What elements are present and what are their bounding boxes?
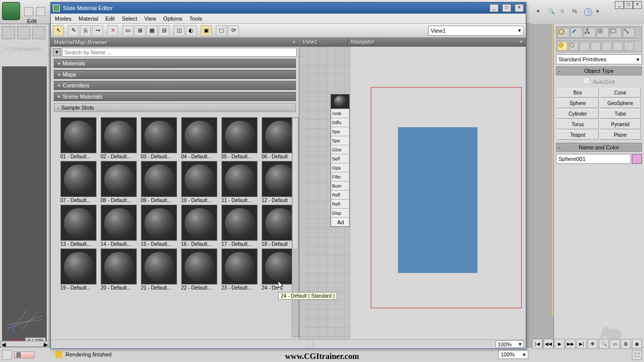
tool-pick-icon[interactable]: ✎ (68, 25, 79, 36)
menu-edit[interactable]: Edit (105, 16, 115, 22)
tool-layoutall-icon[interactable]: ▦ (146, 25, 157, 36)
tab-motion[interactable] (597, 28, 609, 38)
category-scene-materials[interactable]: +Scene Materials (54, 92, 296, 101)
node-input-row[interactable]: Refr (331, 199, 349, 208)
goto-start-button[interactable]: |◀ (532, 339, 542, 349)
node-input-row[interactable]: Self (331, 154, 349, 163)
node-input-row[interactable]: Bum (331, 181, 349, 190)
tool-move-icon[interactable]: ▭ (122, 25, 133, 36)
subtab-spacewarps[interactable] (613, 42, 623, 51)
sample-slot[interactable]: 11 - Default... (220, 161, 259, 204)
nav-max-icon[interactable]: ⛶ (632, 350, 642, 360)
next-frame-button[interactable]: ▶▶ (566, 339, 576, 349)
tool-refresh-icon[interactable]: ⟳ (228, 25, 239, 36)
menu-options[interactable]: Options (163, 16, 182, 22)
sample-slot[interactable]: 08 - Default... (99, 161, 138, 204)
sample-slot[interactable]: 07 - Default... (59, 161, 98, 204)
perspective-viewport[interactable]: zx (2, 66, 47, 345)
node-input-row[interactable]: Spe (331, 127, 349, 136)
tool-unlink-icon[interactable] (17, 26, 30, 39)
help-icon[interactable]: ? (584, 8, 592, 16)
tool-preview-icon[interactable]: ◐ (186, 25, 197, 36)
edit-menu[interactable]: Edit (27, 18, 37, 24)
timeline-config-icon[interactable] (2, 350, 12, 360)
sample-slot[interactable]: 19 - Default... (59, 248, 98, 291)
node-input-row[interactable]: Spe (331, 136, 349, 145)
subtab-systems[interactable] (624, 42, 634, 51)
nav-orbit-icon[interactable]: ◉ (632, 339, 642, 349)
primitive-pyramid[interactable]: Pyramid (600, 120, 641, 129)
node-input-row[interactable]: Amb (331, 109, 349, 118)
sample-slot[interactable]: 21 - Default... (139, 248, 179, 291)
help-chevron-icon[interactable]: ▾ (596, 8, 604, 16)
close-icon[interactable]: × (293, 39, 296, 45)
goto-end-button[interactable]: ▶| (577, 339, 587, 349)
menu-tools[interactable]: Tools (189, 16, 202, 22)
sample-slot[interactable]: 14 - Default... (99, 205, 138, 247)
tab-hierarchy[interactable] (584, 28, 596, 38)
tool-hide-icon[interactable]: ⊟ (158, 25, 170, 36)
app-logo[interactable] (2, 2, 20, 20)
graph-snap-icon[interactable] (306, 340, 313, 347)
category-maps[interactable]: +Maps (54, 70, 296, 79)
favorite-icon[interactable]: ☆ (560, 8, 568, 16)
tool-showend-icon[interactable]: ▣ (201, 25, 212, 36)
time-slider[interactable] (14, 351, 34, 358)
category-sample-slots[interactable]: -Sample Slots (54, 103, 296, 112)
new-file-icon[interactable] (24, 7, 33, 16)
slate-close-button[interactable]: × (515, 4, 524, 12)
tab-create[interactable] (557, 28, 570, 38)
sample-slot[interactable]: 15 - Default... (139, 205, 179, 247)
search-icon[interactable]: 🔍 (548, 8, 556, 16)
menu-view[interactable]: View (144, 16, 156, 22)
sample-slot[interactable]: 20 - Default... (99, 248, 138, 291)
subtab-helpers[interactable] (602, 42, 612, 51)
node-input-row[interactable]: Refl (331, 190, 349, 199)
search-options-icon[interactable]: ▾ (53, 48, 61, 56)
tab-display[interactable] (610, 28, 622, 38)
primitive-sphere[interactable]: Sphere (557, 99, 599, 108)
object-name-input[interactable] (556, 154, 631, 164)
navigator-tab[interactable]: Navigator × (348, 38, 526, 47)
subtab-lights[interactable] (580, 42, 590, 51)
active-view-dropdown[interactable]: View1 ▾ (428, 26, 524, 36)
node-add-row[interactable]: Ad (331, 217, 349, 226)
subtab-cameras[interactable] (591, 42, 601, 51)
snap-icon[interactable]: ✦ (536, 8, 544, 16)
menu-modes[interactable]: Modes (55, 16, 71, 22)
sample-slot[interactable]: 23 - Default... (220, 248, 259, 291)
prev-frame-button[interactable]: ◀◀ (543, 339, 553, 349)
play-button[interactable]: ▶ (554, 339, 565, 349)
primitive-box[interactable]: Box (557, 88, 599, 98)
category-controllers[interactable]: +Controllers (54, 81, 296, 90)
sample-slot[interactable]: 22 - Default... (180, 248, 219, 291)
sample-slot[interactable]: 02 - Default... (99, 117, 138, 160)
node-input-row[interactable]: Opa (331, 163, 349, 172)
menu-material[interactable]: Material (78, 16, 98, 22)
node-input-row[interactable]: Diffu (331, 118, 349, 127)
autogrid-checkbox[interactable] (583, 77, 590, 84)
sample-slot[interactable]: 03 - Default... (139, 117, 179, 160)
sample-slot[interactable]: 10 - Default... (180, 161, 219, 204)
tool-layout-icon[interactable]: ⊞ (134, 25, 145, 36)
app-minimize-button[interactable]: _ (615, 1, 624, 9)
bottom-zoom-field[interactable]: 100%▾ (498, 350, 528, 359)
category-dropdown[interactable]: Standard Primitives ▾ (556, 54, 642, 64)
slate-minimize-button[interactable]: _ (490, 4, 499, 12)
rollout-object-type[interactable]: - Object Type (556, 66, 642, 75)
tool-bind-icon[interactable] (32, 26, 45, 39)
tab-modify[interactable] (571, 28, 583, 38)
primitive-cone[interactable]: Cone (600, 88, 641, 98)
viewport-label[interactable]: [ + ] [ Perspective (0, 45, 49, 53)
navigator-area[interactable] (351, 47, 526, 339)
node-input-row[interactable]: Glos (331, 145, 349, 154)
primitive-cylinder[interactable]: Cylinder (557, 109, 599, 119)
primitive-teapot[interactable]: Teapot (557, 130, 599, 140)
node-input-row[interactable]: Filte (331, 172, 349, 181)
percent-icon[interactable]: % (572, 8, 580, 16)
sample-slot[interactable]: 17 - Default... (220, 205, 259, 247)
tool-select-icon[interactable]: ↖ (53, 25, 64, 36)
app-close-button[interactable]: × (633, 1, 642, 9)
search-input[interactable] (62, 48, 297, 57)
tool-assign-icon[interactable]: ↪ (92, 25, 103, 36)
